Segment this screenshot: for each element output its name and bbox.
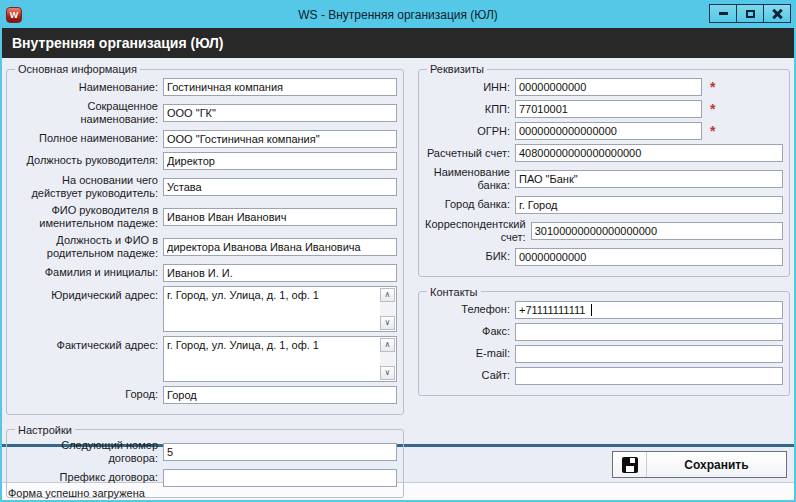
bank-name-label: Наименование банка: [425, 166, 515, 192]
window-controls [710, 4, 791, 23]
field-row-phone: Телефон: [425, 301, 783, 319]
scroll-up-icon[interactable]: ∧ [380, 288, 395, 302]
field-row-head-fio-nominative: ФИО руководителя в именительном падеже: [13, 204, 397, 230]
next-contract-number-input[interactable] [163, 443, 397, 461]
short-name-input[interactable] [163, 104, 397, 122]
field-row-site: Сайт: [425, 367, 783, 385]
field-row-correspondent-account: Корреспондентский счет: [425, 218, 783, 244]
field-row-bank-name: Наименование банка: [425, 166, 783, 192]
name-input[interactable] [163, 78, 397, 96]
next-contract-number-label: Следующий номер договора: [13, 439, 163, 465]
required-marker: * [710, 102, 715, 116]
head-fio-genitive-input[interactable] [163, 238, 397, 256]
field-row-actual-address: Фактический адрес: г. Город, ул. Улица, … [13, 336, 397, 382]
maximize-button[interactable] [736, 4, 764, 23]
fax-label: Факс: [425, 325, 515, 338]
group-requisites-legend: Реквизиты [427, 63, 487, 75]
acting-basis-label: На основании чего действует руководитель… [13, 174, 163, 200]
field-row-legal-address: Юридический адрес: г. Город, ул. Улица, … [13, 286, 397, 332]
group-requisites: Реквизиты ИНН: * КПП: * ОГРН: * Р [418, 63, 790, 277]
page-title: Внутренняя организация (ЮЛ) [2, 28, 794, 58]
group-settings-legend: Настройки [15, 424, 75, 436]
app-window: W WS - Внутренняя организация (ЮЛ) Внутр… [0, 0, 796, 502]
left-column: Основная информация Наименование: Сокращ… [6, 63, 404, 444]
surname-initials-label: Фамилия и инициалы: [13, 266, 163, 279]
legal-address-label: Юридический адрес: [13, 286, 163, 302]
field-row-contract-prefix: Префикс договора: [13, 469, 397, 487]
save-button-label: Сохранить [647, 458, 786, 472]
field-row-next-contract-number: Следующий номер договора: [13, 439, 397, 465]
inn-input[interactable] [515, 78, 702, 96]
maximize-icon [746, 10, 755, 18]
site-input[interactable] [515, 367, 783, 385]
minimize-icon [719, 12, 728, 15]
actual-address-wrap: г. Город, ул. Улица, д. 1, оф. 1 ∧ ∨ [163, 336, 397, 382]
field-row-email: E-mail: [425, 345, 783, 363]
minimize-button[interactable] [709, 4, 737, 23]
field-row-surname-initials: Фамилия и инициалы: [13, 264, 397, 282]
field-row-settlement-account: Расчетный счет: [425, 144, 783, 162]
ogrn-input[interactable] [515, 122, 702, 140]
actual-address-label: Фактический адрес: [13, 336, 163, 352]
legal-address-wrap: г. Город, ул. Улица, д. 1, оф. 1 ∧ ∨ [163, 286, 397, 332]
acting-basis-input[interactable] [163, 178, 397, 196]
head-position-label: Должность руководителя: [13, 154, 163, 167]
settlement-account-input[interactable] [515, 144, 783, 162]
correspondent-account-input[interactable] [531, 222, 783, 240]
city-label: Город: [13, 388, 163, 401]
bik-input[interactable] [515, 248, 783, 266]
kpp-input[interactable] [515, 100, 702, 118]
window-title: WS - Внутренняя организация (ЮЛ) [2, 8, 794, 22]
email-input[interactable] [515, 345, 783, 363]
legal-address-scrollbar[interactable]: ∧ ∨ [380, 288, 395, 330]
inn-label: ИНН: [425, 81, 515, 94]
field-row-kpp: КПП: * [425, 100, 783, 118]
field-row-fax: Факс: [425, 323, 783, 341]
field-row-head-fio-genitive: Должность и ФИО в родительном падеже: [13, 234, 397, 260]
bank-city-label: Город банка: [425, 198, 515, 211]
form-content: Основная информация Наименование: Сокращ… [2, 58, 794, 444]
city-input[interactable] [163, 386, 397, 404]
group-contacts: Контакты Телефон: Факс: E-mail: [418, 286, 790, 396]
title-bar: W WS - Внутренняя организация (ЮЛ) [2, 2, 794, 28]
field-row-bik: БИК: [425, 248, 783, 266]
bank-city-input[interactable] [515, 196, 783, 214]
group-main-info-legend: Основная информация [15, 63, 140, 75]
head-fio-nominative-input[interactable] [163, 208, 397, 226]
kpp-label: КПП: [425, 103, 515, 116]
right-column: Реквизиты ИНН: * КПП: * ОГРН: * Р [418, 63, 790, 444]
field-row-ogrn: ОГРН: * [425, 122, 783, 140]
scroll-up-icon[interactable]: ∧ [380, 338, 395, 352]
field-row-city: Город: [13, 386, 397, 404]
email-label: E-mail: [425, 347, 515, 360]
site-label: Сайт: [425, 369, 515, 382]
legal-address-textarea[interactable]: г. Город, ул. Улица, д. 1, оф. 1 [164, 287, 396, 331]
field-row-name: Наименование: [13, 78, 397, 96]
surname-initials-input[interactable] [163, 264, 397, 282]
scroll-down-icon[interactable]: ∨ [380, 366, 395, 380]
field-row-bank-city: Город банка: [425, 196, 783, 214]
contract-prefix-input[interactable] [163, 469, 397, 487]
bank-name-input[interactable] [515, 170, 783, 188]
short-name-label: Сокращенное наименование: [13, 100, 163, 126]
ogrn-label: ОГРН: [425, 125, 515, 138]
contract-prefix-label: Префикс договора: [13, 471, 163, 484]
head-fio-nominative-label: ФИО руководителя в именительном падеже: [13, 204, 163, 230]
full-name-input[interactable] [163, 130, 397, 148]
head-position-input[interactable] [163, 152, 397, 170]
actual-address-textarea[interactable]: г. Город, ул. Улица, д. 1, оф. 1 [164, 337, 396, 381]
scroll-down-icon[interactable]: ∨ [380, 316, 395, 330]
actual-address-scrollbar[interactable]: ∧ ∨ [380, 338, 395, 380]
field-row-head-position: Должность руководителя: [13, 152, 397, 170]
correspondent-account-label: Корреспондентский счет: [425, 218, 531, 244]
close-button[interactable] [763, 4, 791, 23]
required-marker: * [710, 80, 715, 94]
fax-input[interactable] [515, 323, 783, 341]
save-button[interactable]: Сохранить [612, 451, 787, 478]
name-label: Наименование: [13, 81, 163, 94]
bik-label: БИК: [425, 250, 515, 263]
phone-wrap [515, 301, 783, 319]
phone-input[interactable] [515, 301, 783, 319]
text-cursor [591, 304, 592, 316]
close-icon [772, 9, 782, 19]
